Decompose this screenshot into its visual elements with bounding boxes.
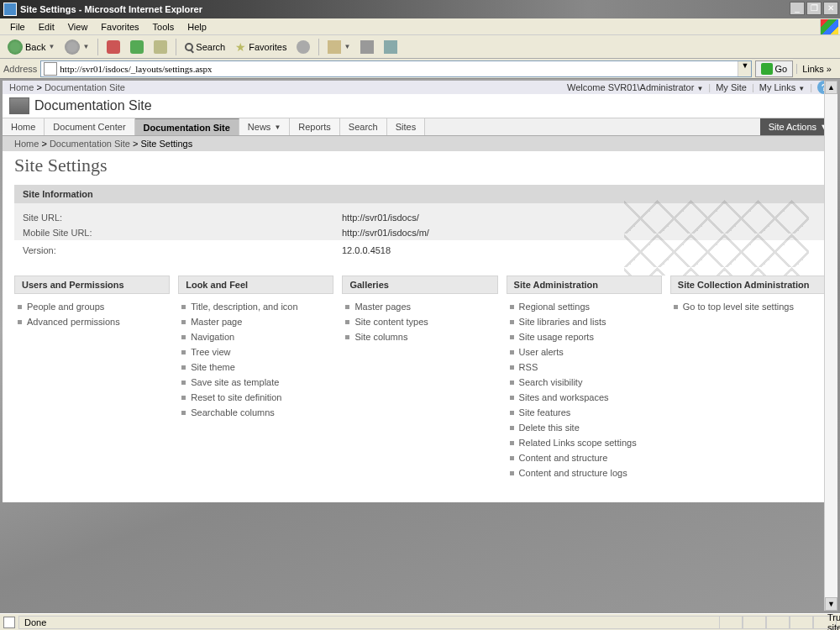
settings-link-label[interactable]: Master page <box>191 317 242 327</box>
settings-link[interactable]: People and groups <box>18 299 166 314</box>
settings-link[interactable]: Master page <box>181 314 330 329</box>
chevron-down-icon[interactable]: ▼ <box>48 43 55 50</box>
settings-link-label[interactable]: Site usage reports <box>519 332 594 342</box>
settings-link-label[interactable]: Navigation <box>191 332 234 342</box>
settings-link-label[interactable]: Tree view <box>191 347 230 357</box>
tab-documentation-site[interactable]: Documentation Site <box>135 118 239 135</box>
links-toolbar[interactable]: Links » <box>796 64 837 74</box>
settings-link[interactable]: Site columns <box>345 329 494 344</box>
tab-reports[interactable]: Reports <box>290 118 340 135</box>
settings-link[interactable]: Delete this site <box>510 420 659 435</box>
vertical-scrollbar[interactable]: ▲ ▼ <box>824 81 837 611</box>
menu-view[interactable]: View <box>61 20 95 34</box>
address-input[interactable] <box>60 64 738 74</box>
menu-file[interactable]: File <box>3 20 32 34</box>
global-crumb-site[interactable]: Documentation Site <box>45 82 125 92</box>
settings-link-label[interactable]: Site content types <box>354 317 428 327</box>
address-input-wrap[interactable]: ▼ <box>40 60 752 77</box>
settings-link[interactable]: Save site as template <box>181 375 330 390</box>
refresh-button[interactable] <box>126 38 148 56</box>
menu-tools[interactable]: Tools <box>146 20 181 34</box>
col-header-collection: Site Collection Administration <box>670 276 826 294</box>
settings-link-label[interactable]: People and groups <box>27 302 104 312</box>
scroll-up-button[interactable]: ▲ <box>825 81 837 94</box>
settings-link-label[interactable]: Search visibility <box>519 377 583 387</box>
settings-link[interactable]: Reset to site definition <box>181 390 330 405</box>
settings-link-label[interactable]: Master pages <box>354 302 411 312</box>
tab-search[interactable]: Search <box>340 118 387 135</box>
settings-link[interactable]: Sites and workspaces <box>510 390 659 405</box>
settings-link[interactable]: Title, description, and icon <box>181 299 330 314</box>
settings-link-label[interactable]: Reset to site definition <box>191 392 281 402</box>
favorites-button[interactable]: ★ Favorites <box>231 38 291 56</box>
settings-link[interactable]: Site content types <box>345 314 494 329</box>
settings-link-label[interactable]: Site columns <box>354 332 407 342</box>
settings-link[interactable]: Advanced permissions <box>18 314 166 329</box>
settings-link[interactable]: Go to top level site settings <box>674 299 822 314</box>
settings-link-label[interactable]: Content and structure logs <box>519 468 627 478</box>
settings-link-label[interactable]: Save site as template <box>191 377 279 387</box>
mail-button[interactable]: ▼ <box>323 38 354 56</box>
stop-button[interactable] <box>102 38 124 56</box>
menu-help[interactable]: Help <box>181 20 213 34</box>
scroll-track[interactable] <box>825 94 837 597</box>
settings-link-label[interactable]: Searchable columns <box>191 407 275 417</box>
settings-link-label[interactable]: Title, description, and icon <box>191 302 297 312</box>
settings-link[interactable]: Site usage reports <box>510 329 659 344</box>
maximize-button[interactable]: ❐ <box>806 2 822 15</box>
settings-link[interactable]: Master pages <box>345 299 494 314</box>
print-button[interactable] <box>356 38 378 56</box>
mysite-link[interactable]: My Site <box>716 82 747 92</box>
settings-link[interactable]: Searchable columns <box>181 405 330 420</box>
settings-link-label[interactable]: Go to top level site settings <box>683 302 794 312</box>
forward-button[interactable]: ▼ <box>60 37 93 57</box>
status-panes: Trusted sites <box>719 616 837 629</box>
crumb-current: Site Settings <box>140 139 192 149</box>
minimize-button[interactable]: _ <box>790 2 805 15</box>
settings-link[interactable]: Related Links scope settings <box>510 435 659 450</box>
settings-link[interactable]: Search visibility <box>510 375 659 390</box>
crumb-docsite[interactable]: Documentation Site <box>50 139 130 149</box>
global-crumb-home[interactable]: Home <box>9 82 34 92</box>
edit-button[interactable] <box>380 38 402 56</box>
settings-link-label[interactable]: Advanced permissions <box>27 317 120 327</box>
settings-link-label[interactable]: User alerts <box>519 347 564 357</box>
welcome-menu[interactable]: Welcome SVR01\Administrator ▼ <box>567 82 703 92</box>
settings-link[interactable]: Regional settings <box>510 299 659 314</box>
settings-link-label[interactable]: Sites and workspaces <box>519 392 609 402</box>
close-button[interactable]: ✕ <box>823 2 838 15</box>
crumb-home[interactable]: Home <box>14 139 39 149</box>
go-button[interactable]: Go <box>755 60 793 77</box>
settings-link-label[interactable]: RSS <box>519 362 538 372</box>
address-dropdown[interactable]: ▼ <box>738 61 751 76</box>
menu-edit[interactable]: Edit <box>32 20 61 34</box>
settings-link[interactable]: Content and structure logs <box>510 465 659 480</box>
home-button[interactable] <box>150 38 171 56</box>
settings-link[interactable]: RSS <box>510 360 659 375</box>
settings-link-label[interactable]: Regional settings <box>519 302 590 312</box>
scroll-down-button[interactable]: ▼ <box>825 597 837 611</box>
settings-link-label[interactable]: Site features <box>519 407 571 417</box>
settings-link-label[interactable]: Related Links scope settings <box>519 438 637 448</box>
settings-link[interactable]: Site features <box>510 405 659 420</box>
settings-link-label[interactable]: Delete this site <box>519 423 580 433</box>
settings-link-label[interactable]: Site theme <box>191 362 235 372</box>
chevron-down-icon[interactable]: ▼ <box>82 43 89 50</box>
settings-link[interactable]: Content and structure <box>510 450 659 465</box>
menu-favorites[interactable]: Favorites <box>94 20 145 34</box>
search-button[interactable]: Search <box>181 39 229 55</box>
back-button[interactable]: Back ▼ <box>3 37 59 57</box>
settings-link[interactable]: Site libraries and lists <box>510 314 659 329</box>
settings-link[interactable]: Navigation <box>181 329 330 344</box>
settings-link[interactable]: Tree view <box>181 344 330 360</box>
tab-home[interactable]: Home <box>3 118 45 135</box>
settings-link[interactable]: User alerts <box>510 344 659 360</box>
tab-document-center[interactable]: Document Center <box>45 118 134 135</box>
history-button[interactable] <box>292 38 314 56</box>
settings-link[interactable]: Site theme <box>181 360 330 375</box>
settings-link-label[interactable]: Content and structure <box>519 453 608 463</box>
settings-link-label[interactable]: Site libraries and lists <box>519 317 606 327</box>
mylinks-menu[interactable]: My Links ▼ <box>759 82 805 92</box>
tab-sites[interactable]: Sites <box>387 118 425 135</box>
tab-news[interactable]: News▼ <box>239 118 290 135</box>
